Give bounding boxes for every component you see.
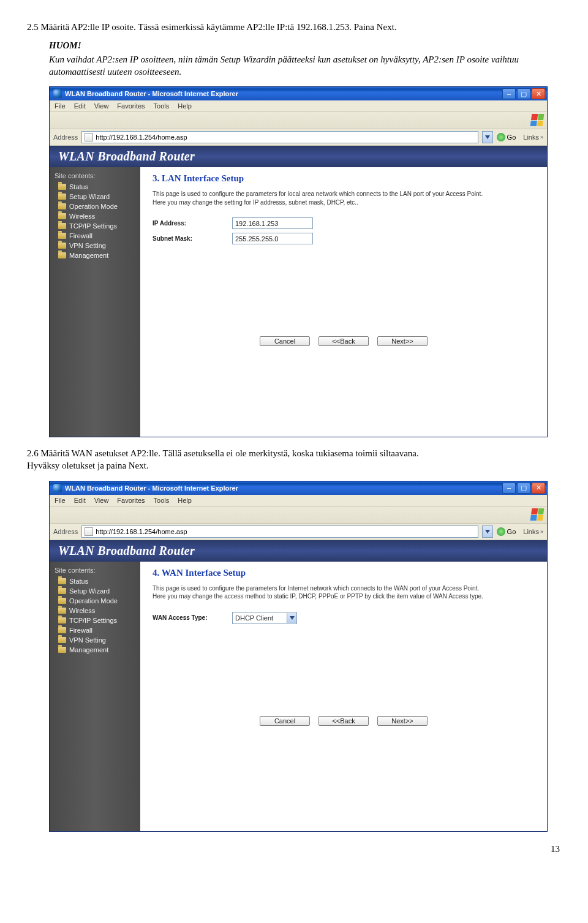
menu-file[interactable]: File <box>55 497 66 504</box>
chevron-down-icon <box>287 613 296 623</box>
ie-icon <box>53 89 62 98</box>
browser-window-lan: WLAN Broadband Router - Microsoft Intern… <box>49 86 548 437</box>
sidebar-item-label: Status <box>69 183 88 190</box>
sidebar-item-operation-mode[interactable]: Operation Mode <box>53 202 137 211</box>
wan-title: 4. WAN Interface Setup <box>153 568 535 578</box>
ie-icon <box>53 484 62 492</box>
links-label: Links <box>523 134 539 141</box>
ip-address-input[interactable]: 192.168.1.253 <box>232 217 313 229</box>
menu-help[interactable]: Help <box>178 497 192 504</box>
sidebar-item-label: Firewall <box>69 627 92 634</box>
wan-access-type-value: DHCP Client <box>235 614 273 622</box>
go-button[interactable]: Go <box>497 133 516 141</box>
page-icon <box>85 133 93 141</box>
sidebar-item-status[interactable]: Status <box>53 182 137 192</box>
maximize-button[interactable]: ▢ <box>517 88 530 99</box>
menu-favorites[interactable]: Favorites <box>117 102 145 110</box>
sidebar-item-tcpip[interactable]: TCP/IP Settings <box>53 616 137 625</box>
wan-access-type-label: WAN Access Type: <box>153 614 232 621</box>
cancel-button[interactable]: Cancel <box>260 716 310 726</box>
sidebar-item-firewall[interactable]: Firewall <box>53 625 137 635</box>
close-button[interactable]: ✕ <box>532 88 545 99</box>
cancel-button[interactable]: Cancel <box>260 336 310 346</box>
menu-view[interactable]: View <box>94 102 109 110</box>
sidebar-item-operation-mode[interactable]: Operation Mode <box>53 596 137 606</box>
sidebar-item-setup-wizard[interactable]: Setup Wizard <box>53 586 137 596</box>
go-button[interactable]: Go <box>497 527 516 536</box>
svg-marker-2 <box>290 616 295 620</box>
chevron-right-icon: » <box>540 134 543 140</box>
sidebar-item-setup-wizard[interactable]: Setup Wizard <box>53 192 137 202</box>
sidebar-item-vpn[interactable]: VPN Setting <box>53 241 137 251</box>
sidebar-item-label: Operation Mode <box>69 597 118 605</box>
folder-icon <box>58 184 66 190</box>
folder-icon <box>58 627 66 633</box>
page-icon <box>85 527 93 536</box>
address-bar: Address http://192.168.1.254/home.asp Go… <box>50 524 547 540</box>
subnet-mask-label: Subnet Mask: <box>153 235 232 242</box>
folder-icon <box>58 608 66 614</box>
next-button[interactable]: Next>> <box>377 716 428 726</box>
menu-edit[interactable]: Edit <box>74 497 86 504</box>
folder-icon <box>58 617 66 623</box>
browser-window-wan: WLAN Broadband Router - Microsoft Intern… <box>49 481 548 832</box>
toolbar <box>50 507 547 524</box>
go-label: Go <box>507 134 516 141</box>
url-text: http://192.168.1.254/home.asp <box>96 134 187 141</box>
folder-icon <box>58 233 66 239</box>
router-banner: WLAN Broadband Router <box>50 146 547 167</box>
main-pane-lan: 3. LAN Interface Setup This page is used… <box>140 167 547 437</box>
next-button[interactable]: Next>> <box>377 336 428 346</box>
title-bar: WLAN Broadband Router - Microsoft Intern… <box>50 87 547 100</box>
sidebar-item-label: TCP/IP Settings <box>69 222 117 230</box>
sidebar-item-tcpip[interactable]: TCP/IP Settings <box>53 221 137 231</box>
links-menu[interactable]: Links » <box>523 528 543 535</box>
sidebar-item-label: Setup Wizard <box>69 193 110 200</box>
maximize-button[interactable]: ▢ <box>517 483 530 494</box>
minimize-button[interactable]: – <box>502 88 516 99</box>
main-pane-wan: 4. WAN Interface Setup This page is used… <box>140 562 547 831</box>
menu-help[interactable]: Help <box>178 102 192 110</box>
folder-icon <box>58 243 66 249</box>
sidebar-item-firewall[interactable]: Firewall <box>53 231 137 241</box>
sidebar-heading: Site contents: <box>53 171 137 182</box>
sidebar-item-label: Setup Wizard <box>69 587 110 595</box>
back-button[interactable]: <<Back <box>318 716 369 726</box>
address-dropdown[interactable] <box>482 526 493 538</box>
links-menu[interactable]: Links » <box>523 134 543 141</box>
menu-edit[interactable]: Edit <box>74 102 86 110</box>
sidebar-item-wireless[interactable]: Wireless <box>53 211 137 221</box>
sidebar: Site contents: Status Setup Wizard Opera… <box>50 562 140 831</box>
address-dropdown[interactable] <box>482 131 493 143</box>
menu-view[interactable]: View <box>94 497 109 504</box>
note-text: Kun vaihdat AP2:sen IP osoitteen, niin t… <box>49 53 560 78</box>
url-text: http://192.168.1.254/home.asp <box>96 528 187 535</box>
menu-tools[interactable]: Tools <box>154 497 170 504</box>
address-field[interactable]: http://192.168.1.254/home.asp <box>81 526 478 538</box>
sidebar-item-management[interactable]: Management <box>53 645 137 655</box>
router-banner: WLAN Broadband Router <box>50 540 547 562</box>
sidebar-item-wireless[interactable]: Wireless <box>53 606 137 616</box>
sidebar-item-status[interactable]: Status <box>53 576 137 586</box>
sidebar-item-management[interactable]: Management <box>53 251 137 260</box>
ip-address-label: IP Address: <box>153 220 232 227</box>
subnet-mask-input[interactable]: 255.255.255.0 <box>232 233 313 244</box>
menu-favorites[interactable]: Favorites <box>117 497 145 504</box>
window-title: WLAN Broadband Router - Microsoft Intern… <box>65 484 502 492</box>
back-button[interactable]: <<Back <box>318 336 369 346</box>
section-2-6-line-2: Hyväksy oletukset ja paina Next. <box>27 459 560 472</box>
close-button[interactable]: ✕ <box>532 483 545 494</box>
go-label: Go <box>507 528 516 535</box>
wan-access-type-select[interactable]: DHCP Client <box>232 612 297 624</box>
menu-bar: File Edit View Favorites Tools Help <box>50 100 547 112</box>
section-2-6-line-1: 2.6 Määritä WAN asetukset AP2:lle. Tällä… <box>27 447 560 459</box>
sidebar-item-vpn[interactable]: VPN Setting <box>53 635 137 645</box>
menu-file[interactable]: File <box>55 102 66 110</box>
sidebar: Site contents: Status Setup Wizard Opera… <box>50 167 140 437</box>
minimize-button[interactable]: – <box>502 483 516 494</box>
svg-marker-0 <box>485 135 490 139</box>
address-field[interactable]: http://192.168.1.254/home.asp <box>81 131 478 143</box>
lan-title: 3. LAN Interface Setup <box>153 173 535 184</box>
menu-tools[interactable]: Tools <box>154 102 170 110</box>
windows-logo-icon <box>530 508 545 521</box>
